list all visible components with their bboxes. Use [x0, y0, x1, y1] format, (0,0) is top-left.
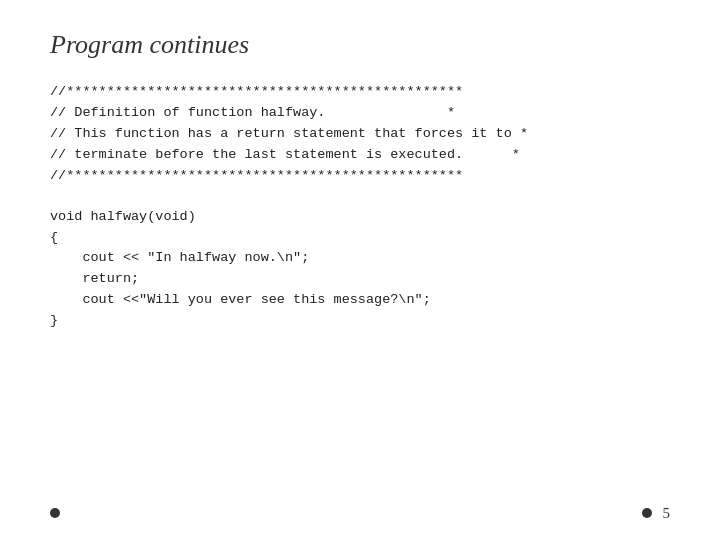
bullet-left — [50, 508, 60, 518]
code-body: void halfway(void) { cout << "In halfway… — [50, 207, 670, 333]
slide-title: Program continues — [50, 30, 670, 60]
bullet-right — [642, 508, 652, 518]
page-number: 5 — [663, 505, 671, 522]
slide-container: Program continues //********************… — [0, 0, 720, 540]
code-comment-block: //**************************************… — [50, 82, 670, 187]
